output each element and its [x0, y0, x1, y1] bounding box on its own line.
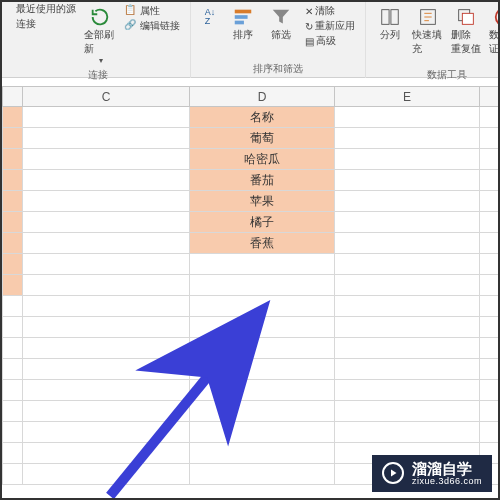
cell[interactable]	[3, 170, 23, 191]
cell[interactable]	[3, 191, 23, 212]
spreadsheet-grid[interactable]: C D E 名称葡萄哈密瓜番茄苹果橘子香蕉	[2, 86, 498, 485]
cell[interactable]	[23, 443, 190, 464]
cell[interactable]	[23, 107, 190, 128]
cell[interactable]	[335, 296, 480, 317]
cell[interactable]	[335, 107, 480, 128]
refresh-all-button[interactable]: 全部刷新	[82, 4, 118, 67]
cell[interactable]: 葡萄	[190, 128, 335, 149]
col-header-blank[interactable]	[3, 87, 23, 107]
cell[interactable]	[335, 212, 480, 233]
cell[interactable]: 橘子	[190, 212, 335, 233]
cell[interactable]	[190, 380, 335, 401]
cell[interactable]	[480, 212, 501, 233]
cell[interactable]	[190, 317, 335, 338]
cell[interactable]	[480, 128, 501, 149]
cell[interactable]	[23, 401, 190, 422]
cell[interactable]	[480, 317, 501, 338]
cell[interactable]: 番茄	[190, 170, 335, 191]
cell[interactable]	[3, 422, 23, 443]
remove-duplicates-button[interactable]: 删除重复值	[448, 4, 484, 58]
cell[interactable]: 名称	[190, 107, 335, 128]
cell[interactable]	[335, 170, 480, 191]
reapply-item[interactable]: ↻重新应用	[305, 19, 355, 33]
cell[interactable]	[480, 296, 501, 317]
cell[interactable]	[335, 401, 480, 422]
cell[interactable]	[335, 191, 480, 212]
cell[interactable]	[23, 275, 190, 296]
cell[interactable]	[190, 401, 335, 422]
existing-connections-item[interactable]: 连接	[16, 17, 76, 31]
cell[interactable]	[480, 254, 501, 275]
cell[interactable]	[23, 317, 190, 338]
cell[interactable]	[335, 128, 480, 149]
recent-sources-item[interactable]: 最近使用的源	[16, 2, 76, 16]
cell[interactable]	[190, 254, 335, 275]
cell[interactable]: 哈密瓜	[190, 149, 335, 170]
cell[interactable]	[480, 233, 501, 254]
cell[interactable]	[335, 422, 480, 443]
cell[interactable]	[3, 212, 23, 233]
cell[interactable]	[480, 359, 501, 380]
sort-az-button[interactable]: A↓Z	[197, 4, 223, 30]
cell[interactable]	[480, 107, 501, 128]
cell[interactable]	[3, 233, 23, 254]
col-header-c[interactable]: C	[23, 87, 190, 107]
cell[interactable]	[23, 359, 190, 380]
cell[interactable]	[3, 359, 23, 380]
cell[interactable]	[335, 359, 480, 380]
properties-item[interactable]: 📋属性	[124, 4, 180, 18]
cell[interactable]	[480, 380, 501, 401]
cell[interactable]	[190, 464, 335, 485]
cell[interactable]	[3, 317, 23, 338]
cell[interactable]	[335, 254, 480, 275]
text-to-columns-button[interactable]: 分列	[372, 4, 408, 44]
cell[interactable]: 香蕉	[190, 233, 335, 254]
cell[interactable]	[3, 275, 23, 296]
cell[interactable]	[3, 338, 23, 359]
col-header-e[interactable]: E	[335, 87, 480, 107]
cell[interactable]	[190, 422, 335, 443]
advanced-filter-item[interactable]: ▤高级	[305, 34, 355, 48]
cell[interactable]	[480, 275, 501, 296]
cell[interactable]	[3, 128, 23, 149]
flash-fill-button[interactable]: 快速填充	[410, 4, 446, 58]
filter-button[interactable]: 筛选	[263, 4, 299, 44]
cell[interactable]	[480, 422, 501, 443]
edit-links-item[interactable]: 🔗编辑链接	[124, 19, 180, 33]
cell[interactable]	[480, 401, 501, 422]
cell[interactable]	[480, 191, 501, 212]
cell[interactable]	[3, 296, 23, 317]
cell[interactable]	[190, 275, 335, 296]
cell[interactable]	[23, 422, 190, 443]
cell[interactable]	[480, 149, 501, 170]
cell[interactable]	[335, 317, 480, 338]
cell[interactable]	[23, 380, 190, 401]
cell[interactable]	[190, 338, 335, 359]
cell[interactable]: 苹果	[190, 191, 335, 212]
cell[interactable]	[480, 338, 501, 359]
sort-button[interactable]: 排序	[225, 4, 261, 44]
cell[interactable]	[23, 296, 190, 317]
col-header-f[interactable]	[480, 87, 501, 107]
cell[interactable]	[190, 296, 335, 317]
cell[interactable]	[23, 170, 190, 191]
cell[interactable]	[23, 128, 190, 149]
cell[interactable]	[190, 359, 335, 380]
cell[interactable]	[3, 149, 23, 170]
cell[interactable]	[335, 233, 480, 254]
cell[interactable]	[335, 149, 480, 170]
cell[interactable]	[23, 191, 190, 212]
cell[interactable]	[23, 338, 190, 359]
cell[interactable]	[335, 275, 480, 296]
clear-filter-item[interactable]: ✕清除	[305, 4, 355, 18]
cell[interactable]	[23, 254, 190, 275]
cell[interactable]	[480, 170, 501, 191]
cell[interactable]	[23, 233, 190, 254]
data-validation-button[interactable]: 数据验证	[486, 4, 500, 67]
cell[interactable]	[335, 338, 480, 359]
cell[interactable]	[23, 149, 190, 170]
cell[interactable]	[23, 212, 190, 233]
cell[interactable]	[3, 401, 23, 422]
cell[interactable]	[190, 443, 335, 464]
cell[interactable]	[3, 464, 23, 485]
